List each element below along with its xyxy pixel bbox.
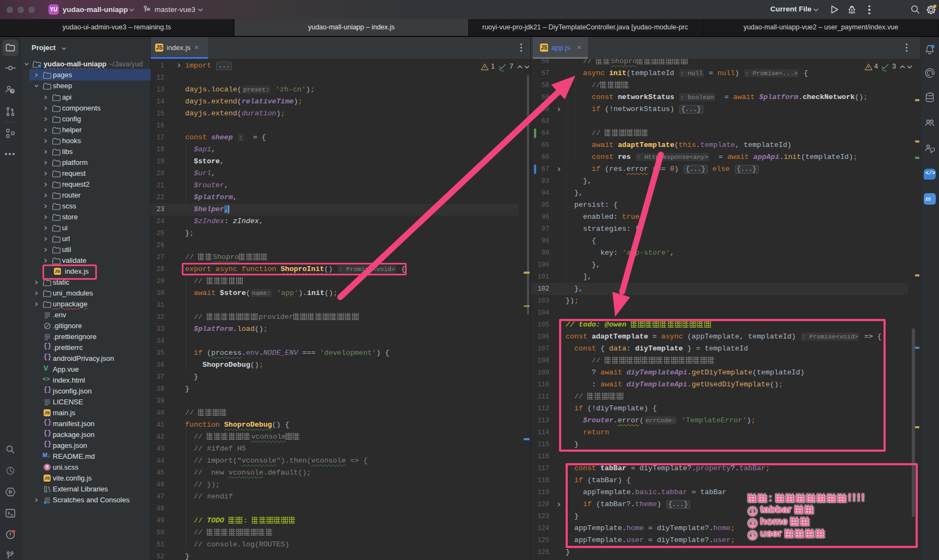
svg-text:?: ?: [11, 89, 14, 94]
